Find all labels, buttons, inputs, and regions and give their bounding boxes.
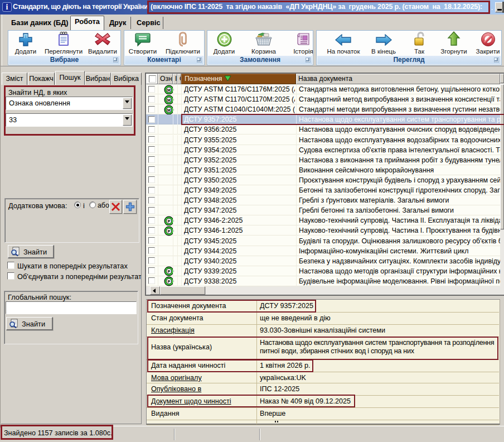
svg-text:M: M <box>167 107 171 112</box>
svg-text:P: P <box>167 229 170 234</box>
svg-text:P: P <box>167 269 170 274</box>
svg-text:P: P <box>167 219 170 224</box>
svg-text:M: M <box>167 87 171 92</box>
svg-text:M: M <box>167 97 171 102</box>
svg-text:P: P <box>167 279 170 284</box>
